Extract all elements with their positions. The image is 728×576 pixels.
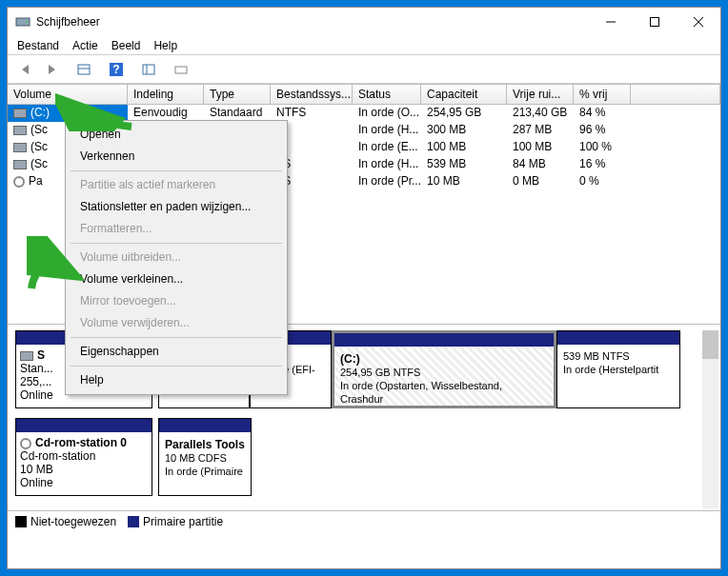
cd-icon	[13, 176, 25, 188]
context-menu-item[interactable]: Verkennen	[69, 146, 284, 168]
toolbar-icon-3[interactable]	[170, 58, 192, 81]
window-title: Schijfbeheer	[36, 15, 589, 29]
partition[interactable]: (C:)254,95 GB NTFSIn orde (Opstarten, Wi…	[332, 330, 556, 408]
forward-button[interactable]	[40, 58, 63, 81]
svg-text:?: ?	[112, 63, 119, 76]
drive-icon	[13, 109, 27, 118]
context-menu-item[interactable]: Volume verkleinen...	[69, 268, 284, 290]
context-menu-item[interactable]: Openen	[69, 124, 284, 146]
titlebar: Schijfbeheer	[8, 8, 720, 36]
back-button[interactable]	[15, 58, 38, 81]
drive-icon	[13, 160, 27, 169]
col-blank[interactable]	[631, 85, 720, 104]
svg-rect-12	[175, 67, 187, 73]
disk-row-1: Cd-rom-station 0 Cd-rom-station 10 MB On…	[15, 418, 713, 496]
context-menu-item: Partitie als actief markeren	[69, 174, 284, 196]
disk-1-info-1: 10 MB	[20, 463, 53, 476]
legend: Niet-toegewezen Primaire partitie	[8, 510, 720, 531]
disk-0-info-0: Stan...	[20, 362, 53, 375]
menu-actie[interactable]: Actie	[72, 39, 98, 52]
svg-rect-3	[651, 18, 659, 27]
col-fs[interactable]: Bestandssys...	[271, 85, 353, 104]
context-menu-separator	[71, 366, 282, 367]
context-menu-item[interactable]: Eigenschappen	[69, 341, 284, 363]
menu-bestand[interactable]: Bestand	[17, 39, 59, 52]
disk-0-info-2: Online	[20, 388, 53, 402]
context-menu-item: Volume verwijderen...	[69, 312, 284, 334]
disk-info-1[interactable]: Cd-rom-station 0 Cd-rom-station 10 MB On…	[15, 418, 152, 496]
menubar: Bestand Actie Beeld Help	[8, 36, 720, 55]
disk-0-label: S	[37, 348, 45, 362]
help-icon[interactable]: ?	[105, 58, 128, 81]
legend-unallocated: Niet-toegewezen	[15, 515, 116, 528]
drive-icon	[13, 143, 27, 152]
disk-1-info-0: Cd-rom-station	[20, 449, 95, 463]
partition[interactable]: Parallels Tools10 MB CDFSIn orde (Primai…	[158, 418, 252, 496]
context-menu-item: Volume uitbreiden...	[69, 247, 284, 268]
svg-rect-10	[143, 65, 154, 74]
context-menu-separator	[71, 170, 282, 171]
drive-icon	[13, 126, 27, 135]
toolbar: ?	[8, 55, 720, 84]
context-menu-item[interactable]: Help	[69, 369, 284, 391]
disk-management-window: Schijfbeheer Bestand Actie Beeld Help ? …	[7, 7, 721, 569]
col-indeling[interactable]: Indeling	[128, 85, 204, 104]
volume-list-header: Volume Indeling Type Bestandssys... Stat…	[8, 84, 720, 105]
disk-0-info-1: 255,...	[20, 375, 51, 388]
menu-beeld[interactable]: Beeld	[111, 39, 141, 52]
close-button[interactable]	[677, 8, 720, 36]
minimize-button[interactable]	[589, 8, 633, 36]
maximize-button[interactable]	[633, 8, 677, 36]
col-volume[interactable]: Volume	[8, 85, 128, 104]
col-status[interactable]: Status	[353, 85, 421, 104]
volume-context-menu: OpenenVerkennenPartitie als actief marke…	[65, 120, 288, 395]
col-free[interactable]: Vrije rui...	[507, 85, 574, 104]
graph-scrollbar[interactable]	[702, 330, 718, 508]
menu-help[interactable]: Help	[153, 39, 177, 52]
context-menu-item: Mirror toevoegen...	[69, 290, 284, 312]
context-menu-item: Formatteren...	[69, 218, 284, 240]
disk-1-label: Cd-rom-station 0	[35, 436, 127, 449]
col-type[interactable]: Type	[204, 85, 271, 104]
disk-1-info-2: Online	[20, 476, 53, 489]
toolbar-icon-1[interactable]	[72, 58, 95, 81]
legend-primary: Primaire partitie	[128, 515, 223, 528]
toolbar-icon-2[interactable]	[137, 58, 160, 81]
context-menu-separator	[71, 337, 282, 338]
app-icon	[15, 14, 30, 30]
col-capacity[interactable]: Capaciteit	[421, 85, 507, 104]
col-pct[interactable]: % vrij	[574, 85, 631, 104]
svg-rect-6	[78, 65, 90, 74]
svg-point-1	[26, 21, 28, 23]
context-menu-item[interactable]: Stationsletter en paden wijzigen...	[69, 196, 284, 218]
context-menu-separator	[71, 243, 282, 244]
partition[interactable]: 539 MB NTFSIn orde (Herstelpartit	[556, 330, 680, 408]
